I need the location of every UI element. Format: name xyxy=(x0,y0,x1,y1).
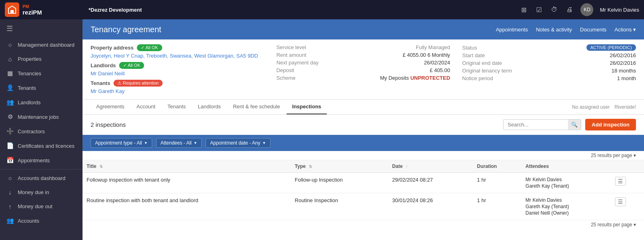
sidebar-item-accounts-dashboard[interactable]: ○ Accounts dashboard xyxy=(0,171,83,185)
inspections-table: Title ⇅ Type ⇅ Date ↑ Duration Attendees… xyxy=(83,160,644,220)
sidebar-item-landlords[interactable]: 👥 Landlords xyxy=(0,95,83,110)
tab-landlords[interactable]: Landlords xyxy=(192,99,227,114)
clock-icon[interactable]: ⏱ xyxy=(550,5,559,14)
row2-attendees: Mr Kelvin Davies Gareth Kay (Tenant) Dan… xyxy=(522,193,611,220)
row2-attendee-2: Gareth Kay (Tenant) xyxy=(526,204,607,209)
landlords-value[interactable]: Mr Daniel Neill xyxy=(91,70,125,77)
sidebar-item-money-in[interactable]: ↓ Money due in xyxy=(0,185,83,199)
row2-attendees-list: Mr Kelvin Davies Gareth Kay (Tenant) Dan… xyxy=(526,197,607,216)
end-date-label: Original end date xyxy=(462,60,502,66)
inspections-section: 2 inspections 🔍 Add inspection Appointme… xyxy=(83,115,644,240)
hamburger-icon[interactable]: ☰ xyxy=(0,19,83,38)
property-address-badge: ✓ All OK xyxy=(137,44,162,51)
deposit-label: Deposit xyxy=(277,67,294,73)
header-action-notes[interactable]: Notes & activity xyxy=(536,27,572,33)
results-per-page-bottom[interactable]: 25 results per page ▾ xyxy=(591,222,636,228)
tab-account[interactable]: Account xyxy=(131,99,161,114)
results-per-page-top[interactable]: 25 results per page ▾ xyxy=(591,153,636,158)
search-input[interactable] xyxy=(504,120,568,130)
row1-attendees: Mr Kelvin Davies Gareth Kay (Tenant) xyxy=(522,173,611,193)
tab-inspections[interactable]: Inspections xyxy=(287,99,327,114)
sort-icon-title: ⇅ xyxy=(99,164,103,169)
row2-attendee-3: Daniel Neill (Owner) xyxy=(526,210,607,216)
grid-icon[interactable]: ⊞ xyxy=(519,5,528,14)
tabs-bar: Agreements Account Tenants Landlords Ren… xyxy=(83,99,644,115)
start-date-label: Start date xyxy=(462,52,485,58)
search-button[interactable]: 🔍 xyxy=(568,120,581,130)
sidebar-label-maintenance: Maintenance jobs xyxy=(18,114,59,120)
property-address-value[interactable]: Joycelyn, Heol Y Cnap, Treboeth, Swansea… xyxy=(91,53,258,59)
row1-menu-button[interactable]: ☰ xyxy=(615,177,626,186)
sidebar-label-accounts-dashboard: Accounts dashboard xyxy=(18,175,66,181)
column-details: Service level Fully Managed Rent amount … xyxy=(277,44,450,94)
sidebar-item-maintenance[interactable]: ⚙ Maintenance jobs xyxy=(0,110,83,124)
sidebar-item-management-dashboard[interactable]: ○ Management dashboard xyxy=(0,38,83,52)
filter-appointment-type[interactable]: Appointment type - All xyxy=(91,138,152,148)
sidebar-item-tenants[interactable]: 👤 Tenants xyxy=(0,81,83,95)
header-action-documents[interactable]: Documents xyxy=(580,27,607,33)
row2-menu-button[interactable]: ☰ xyxy=(615,197,626,206)
tenants-value[interactable]: Mr Gareth Kay xyxy=(91,88,125,94)
sidebar-label-properties: Properties xyxy=(18,56,41,62)
filter-bar: Appointment type - All Attendees - All A… xyxy=(83,135,644,151)
sidebar-label-money-out: Money due out xyxy=(18,203,52,209)
tab-agreements[interactable]: Agreements xyxy=(91,99,130,114)
sidebar-item-money-out[interactable]: ↑ Money due out xyxy=(0,199,83,213)
check-icon[interactable]: ☑ xyxy=(535,5,543,14)
filter-appointment-date[interactable]: Appointment date - Any xyxy=(206,138,270,148)
print-icon[interactable]: 🖨 xyxy=(565,5,574,14)
tenancy-term-value: 18 months xyxy=(611,68,636,74)
sidebar-item-certificates[interactable]: 📄 Certificates and licences xyxy=(0,139,83,153)
sidebar: ☰ ○ Management dashboard ⌂ Properties ▦ … xyxy=(0,19,83,240)
contractors-icon: ➕ xyxy=(6,128,14,135)
row1-duration: 1 hr xyxy=(473,173,522,193)
status-badge: ACTIVE (PERIODIC) xyxy=(586,44,636,51)
row1-menu: ☰ xyxy=(611,173,644,193)
sidebar-item-properties[interactable]: ⌂ Properties xyxy=(0,52,83,66)
tenancy-term-label: Original tenancy term xyxy=(462,68,512,74)
svg-rect-1 xyxy=(10,10,14,13)
header-action-appointments[interactable]: Appointments xyxy=(496,27,528,33)
sidebar-item-accounts[interactable]: 👥 Accounts xyxy=(0,213,83,228)
tab-rent-fee-schedule[interactable]: Rent & fee schedule xyxy=(227,99,286,114)
sidebar-item-appointments[interactable]: 📅 Appointments xyxy=(0,153,83,168)
end-date-value: 26/02/2016 xyxy=(610,60,636,66)
page-title: Tenancy agreement xyxy=(91,25,161,34)
row1-attendees-list: Mr Kelvin Davies Gareth Kay (Tenant) xyxy=(526,177,607,189)
tenancies-icon: ▦ xyxy=(6,70,14,77)
table-footer: 25 results per page ▾ xyxy=(83,220,644,229)
dashboard-icon: ○ xyxy=(6,41,14,48)
row2-date: 30/01/2024 08:26 xyxy=(388,193,473,220)
property-address-label: Property address xyxy=(91,45,134,51)
logo-icon xyxy=(5,2,19,17)
sidebar-item-contractors[interactable]: ➕ Contractors xyxy=(0,124,83,139)
sidebar-item-tenancies[interactable]: ▦ Tenancies xyxy=(0,66,83,81)
sidebar-label-contractors: Contractors xyxy=(18,128,45,134)
tab-tenants[interactable]: Tenants xyxy=(162,99,192,114)
filter-attendees[interactable]: Attendees - All xyxy=(156,138,202,148)
main-layout: ☰ ○ Management dashboard ⌂ Properties ▦ … xyxy=(0,19,644,240)
logo-pm: PM xyxy=(23,4,42,9)
header-action-actions[interactable]: Actions ▾ xyxy=(615,27,636,33)
service-level-value: Fully Managed xyxy=(416,44,450,50)
logo-area: PM reziPM xyxy=(5,2,85,17)
sidebar-label-tenants: Tenants xyxy=(18,85,36,91)
scheme-value: My Deposits UNPROTECTED xyxy=(380,75,450,81)
row1-type: Follow-up Inspection xyxy=(291,173,388,193)
row2-menu: ☰ xyxy=(611,193,644,220)
home-icon: ⌂ xyxy=(6,56,14,62)
notice-period-label: Notice period xyxy=(462,75,493,81)
property-info: Property address ✓ All OK Joycelyn, Heol… xyxy=(83,39,644,99)
sort-icon-date: ↑ xyxy=(406,164,408,169)
sidebar-label-tenancies: Tenancies xyxy=(18,70,41,77)
user-name: Mr Kelvin Davies xyxy=(600,7,639,13)
col-header-title: Title ⇅ xyxy=(83,160,291,173)
row2-duration: 1 hr xyxy=(473,193,522,220)
avatar: KD xyxy=(580,3,593,16)
sidebar-label-money-in: Money due in xyxy=(18,189,49,195)
content-area: Tenancy agreement Appointments Notes & a… xyxy=(83,19,644,240)
sidebar-label-landlords: Landlords xyxy=(18,99,41,106)
scheme-label: Scheme xyxy=(277,75,296,81)
column-property: Property address ✓ All OK Joycelyn, Heol… xyxy=(91,44,264,94)
add-inspection-button[interactable]: Add inspection xyxy=(585,119,636,130)
